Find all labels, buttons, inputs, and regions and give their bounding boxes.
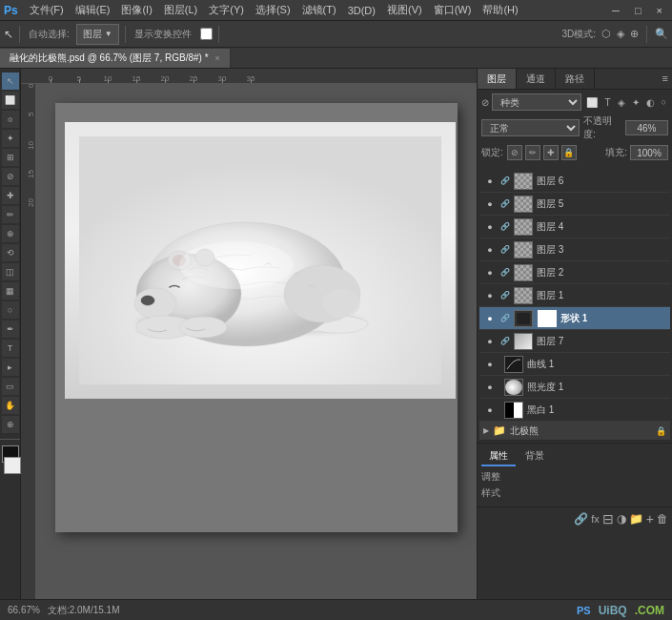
- delete-layer-btn[interactable]: 🗑: [657, 512, 668, 526]
- filter-smart-icon[interactable]: ✦: [630, 97, 641, 108]
- filter-adj-icon[interactable]: ◐: [644, 97, 657, 108]
- layer-item-curves1[interactable]: ● 曲线 1: [479, 353, 670, 376]
- menu-window[interactable]: 窗口(W): [428, 1, 478, 19]
- filter-type-icon[interactable]: T: [602, 97, 612, 108]
- menu-edit[interactable]: 编辑(E): [70, 1, 116, 19]
- layer-dropdown-btn[interactable]: 图层 ▼: [76, 24, 119, 45]
- lock-all-btn[interactable]: 🔒: [561, 145, 577, 160]
- layer-eye-curves1[interactable]: ●: [483, 358, 497, 371]
- marquee-tool[interactable]: ⬜: [2, 92, 19, 109]
- menu-layer[interactable]: 图层(L): [158, 1, 203, 19]
- menu-filter[interactable]: 滤镜(T): [296, 1, 342, 19]
- restore-btn[interactable]: □: [629, 5, 647, 16]
- layer-eye-4[interactable]: ●: [483, 220, 497, 234]
- create-layer-btn[interactable]: +: [646, 511, 654, 527]
- layer-item-4[interactable]: ● 🔗 图层 4: [479, 216, 670, 238]
- layer-type-filter[interactable]: 种类: [492, 93, 581, 111]
- stamp-tool[interactable]: ⊕: [2, 225, 19, 242]
- ruler-mark-25: 25: [179, 74, 208, 83]
- 3d-icon-2[interactable]: ◈: [617, 28, 624, 40]
- layer-eye-6[interactable]: ●: [483, 175, 497, 188]
- right-panel-scroll[interactable]: ⊘ 种类 ⬜ T ◈ ✦ ◐ ○ 正常 不透明度:: [478, 90, 672, 599]
- canvas-container[interactable]: [36, 84, 477, 599]
- 3d-icon-1[interactable]: ⬡: [601, 28, 611, 40]
- lock-image-btn[interactable]: ✏: [525, 145, 540, 160]
- layer-item-6[interactable]: ● 🔗 图层 6: [479, 170, 670, 193]
- pen-tool[interactable]: ✒: [2, 320, 19, 338]
- arrow-tool-icon[interactable]: ↖: [4, 28, 13, 41]
- heal-tool[interactable]: ✚: [2, 187, 19, 204]
- layer-item-hue1[interactable]: ● 照光度 1: [479, 376, 670, 399]
- tab-filename: 融化的比极熊.psd @ 66.7% (图层 7, RGB/8#) *: [10, 52, 209, 65]
- menu-image[interactable]: 图像(I): [115, 1, 157, 19]
- layer-eye-hue1[interactable]: ●: [483, 381, 497, 394]
- com-watermark: .COM: [635, 604, 664, 617]
- eraser-tool[interactable]: ◫: [2, 263, 19, 280]
- prop-tab-attributes[interactable]: 属性: [481, 447, 516, 466]
- menu-text[interactable]: 文字(Y): [203, 1, 250, 19]
- ruler-mark-5: 5: [65, 74, 93, 83]
- gradient-tool[interactable]: ▦: [2, 282, 19, 300]
- path-select-tool[interactable]: ▸: [2, 359, 19, 376]
- layer-eye-shape1[interactable]: ●: [483, 312, 497, 325]
- menu-select[interactable]: 选择(S): [250, 1, 296, 19]
- show-transform-checkbox[interactable]: [200, 28, 213, 40]
- wand-tool[interactable]: ✦: [2, 130, 19, 147]
- layer-name-hue1: 照光度 1: [527, 381, 666, 394]
- eyedropper-tool[interactable]: ⊘: [2, 168, 19, 185]
- lasso-tool[interactable]: ⌾: [2, 111, 19, 128]
- tab-close-btn[interactable]: ×: [215, 53, 220, 63]
- search-icon[interactable]: 🔍: [655, 28, 668, 40]
- layer-group-header[interactable]: ▶ 📁 北极熊 🔒: [479, 422, 670, 441]
- add-group-btn[interactable]: 🔗: [574, 512, 588, 526]
- layers-tab[interactable]: 图层: [478, 69, 517, 89]
- crop-tool[interactable]: ⊞: [2, 149, 19, 166]
- move-tool[interactable]: ↖: [2, 72, 19, 90]
- create-group-btn[interactable]: 📁: [629, 512, 643, 526]
- paths-tab[interactable]: 路径: [556, 69, 595, 89]
- zoom-tool[interactable]: ⊕: [2, 416, 19, 433]
- layer-eye-1[interactable]: ●: [483, 289, 497, 302]
- layer-item-1[interactable]: ● 🔗 图层 1: [479, 284, 670, 307]
- opacity-input[interactable]: [625, 120, 668, 135]
- layer-item-5[interactable]: ● 🔗 图层 5: [479, 193, 670, 216]
- fill-input[interactable]: [630, 145, 668, 160]
- layer-eye-7[interactable]: ●: [483, 335, 497, 348]
- hand-tool[interactable]: ✋: [2, 397, 19, 414]
- close-btn[interactable]: ×: [651, 5, 668, 16]
- filter-toggle[interactable]: ○: [660, 97, 668, 107]
- menu-help[interactable]: 帮助(H): [477, 1, 523, 19]
- minimize-btn[interactable]: ─: [606, 5, 625, 16]
- layer-eye-5[interactable]: ●: [483, 197, 497, 211]
- layer-eye-bw1[interactable]: ●: [483, 403, 497, 417]
- layer-eye-2[interactable]: ●: [483, 266, 497, 279]
- 3d-icon-3[interactable]: ⊕: [630, 28, 639, 40]
- panel-menu-btn[interactable]: ≡: [659, 69, 672, 89]
- dodge-tool[interactable]: ○: [2, 301, 19, 319]
- layer-item-3[interactable]: ● 🔗 图层 3: [479, 238, 670, 261]
- filter-pixel-icon[interactable]: ⬜: [584, 97, 600, 108]
- add-mask-btn[interactable]: ⊟: [602, 511, 614, 527]
- history-tool[interactable]: ⟲: [2, 244, 19, 261]
- layer-item-2[interactable]: ● 🔗 图层 2: [479, 261, 670, 284]
- create-adjustment-btn[interactable]: ◑: [617, 512, 626, 526]
- lock-transparent-btn[interactable]: ⊘: [507, 145, 522, 160]
- background-color[interactable]: [4, 457, 21, 474]
- channels-tab[interactable]: 通道: [517, 69, 556, 89]
- layer-item-7[interactable]: ● 🔗 图层 7: [479, 330, 670, 353]
- brush-tool[interactable]: ✏: [2, 206, 19, 223]
- layer-eye-3[interactable]: ●: [483, 243, 497, 257]
- menu-3d[interactable]: 3D(D): [342, 3, 381, 18]
- add-effect-btn[interactable]: fx: [591, 513, 600, 525]
- lock-position-btn[interactable]: ✚: [543, 145, 559, 160]
- document-tab[interactable]: 融化的比极熊.psd @ 66.7% (图层 7, RGB/8#) * ×: [0, 49, 231, 68]
- type-tool[interactable]: T: [2, 340, 19, 357]
- layer-item-bw1[interactable]: ● 黑白 1: [479, 399, 670, 422]
- shape-tool[interactable]: ▭: [2, 378, 19, 395]
- prop-tab-bg[interactable]: 背景: [518, 447, 552, 466]
- menu-file[interactable]: 文件(F): [24, 1, 70, 19]
- menu-view[interactable]: 视图(V): [381, 1, 428, 19]
- filter-shape-icon[interactable]: ◈: [616, 97, 627, 108]
- layer-item-shape1[interactable]: ● 🔗 形状 1: [479, 307, 670, 330]
- blend-mode-select[interactable]: 正常: [481, 119, 580, 136]
